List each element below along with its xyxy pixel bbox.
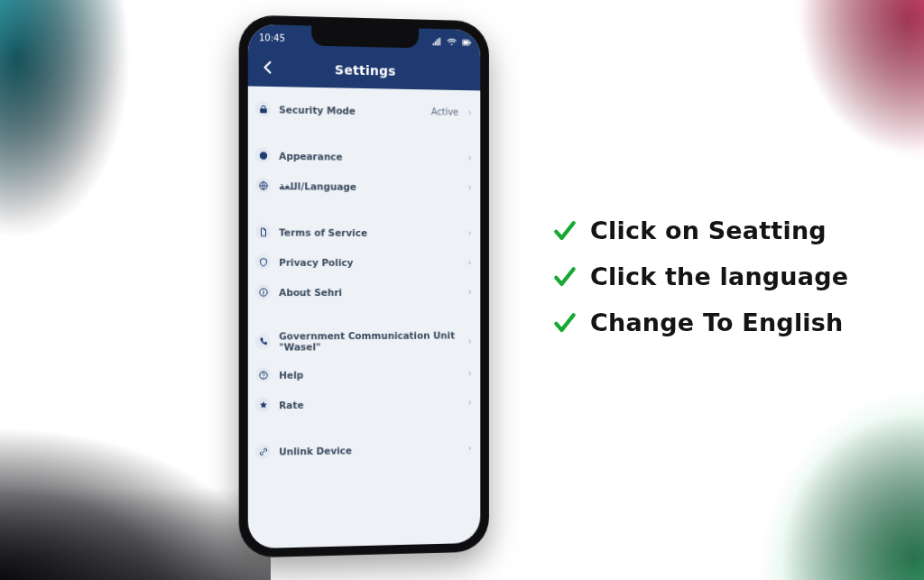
- instruction-step-text: Click the language: [590, 262, 848, 290]
- signal-icon: [432, 36, 442, 46]
- back-button[interactable]: [255, 50, 281, 87]
- svg-point-6: [263, 290, 263, 290]
- chevron-right-icon: ›: [468, 368, 472, 378]
- settings-row-label: Unlink Device: [279, 443, 460, 456]
- grunge-decor-bottom-left: [0, 427, 271, 580]
- svg-point-3: [259, 152, 266, 160]
- settings-row-label: Help: [279, 368, 460, 381]
- wifi-icon: [447, 37, 457, 47]
- settings-row-label: Terms of Service: [279, 226, 460, 238]
- phone-screen: 10:45: [248, 24, 481, 549]
- chevron-right-icon: ›: [468, 398, 472, 408]
- settings-row-value: Active: [431, 106, 458, 116]
- settings-row[interactable]: Security ModeActive›: [248, 94, 481, 127]
- shield-icon: [255, 254, 271, 270]
- settings-row-label: Privacy Policy: [279, 256, 460, 267]
- settings-group: Appearance›اللغة/Language›: [248, 136, 481, 206]
- settings-row[interactable]: Appearance›: [248, 140, 481, 172]
- check-icon: [552, 310, 578, 336]
- settings-row[interactable]: Terms of Service›: [248, 216, 481, 247]
- instruction-steps: Click on SeattingClick the languageChang…: [552, 216, 904, 336]
- chevron-right-icon: ›: [468, 257, 472, 267]
- settings-row-label: About Sehri: [279, 287, 460, 298]
- chevron-right-icon: ›: [468, 152, 472, 162]
- instruction-step: Click on Seatting: [552, 216, 904, 244]
- chevron-right-icon: ›: [468, 182, 472, 192]
- settings-row-label: Security Mode: [279, 104, 423, 117]
- help-icon: [255, 367, 271, 382]
- phone-frame: 10:45: [239, 14, 489, 557]
- status-time: 10:45: [259, 32, 285, 43]
- settings-row[interactable]: Help›: [248, 358, 481, 390]
- instruction-step-text: Click on Seatting: [590, 216, 827, 244]
- instruction-step: Change To English: [552, 308, 904, 336]
- chevron-left-icon: [262, 60, 274, 76]
- settings-group: Terms of Service›Privacy Policy›About Se…: [248, 213, 481, 310]
- settings-row[interactable]: Privacy Policy›: [248, 247, 481, 278]
- settings-row[interactable]: اللغة/Language›: [248, 170, 481, 203]
- svg-rect-2: [470, 41, 471, 43]
- title-bar: Settings: [248, 50, 481, 90]
- settings-row[interactable]: About Sehri›: [248, 277, 481, 307]
- phone-mockup: 10:45: [239, 14, 489, 557]
- phone-icon: [255, 334, 271, 349]
- settings-list: Security ModeActive›Appearance›اللغة/Lan…: [248, 86, 481, 474]
- svg-point-9: [263, 376, 263, 377]
- lock-icon: [255, 101, 271, 116]
- page-title: Settings: [335, 62, 396, 78]
- grunge-decor-top-right: [771, 0, 924, 189]
- info-icon: [255, 284, 271, 299]
- settings-row-label: Appearance: [279, 150, 460, 163]
- star-icon: [255, 397, 271, 412]
- chevron-right-icon: ›: [468, 443, 472, 453]
- instruction-step-text: Change To English: [590, 308, 844, 336]
- settings-group: Unlink Device›: [248, 429, 481, 470]
- doc-icon: [255, 224, 271, 239]
- chevron-right-icon: ›: [468, 107, 472, 117]
- unlink-icon: [255, 444, 271, 459]
- globe-icon: [255, 178, 271, 193]
- check-icon: [552, 264, 578, 290]
- palette-icon: [255, 147, 271, 162]
- grunge-decor-bottom-right: [744, 373, 924, 580]
- settings-row-label: Rate: [279, 397, 460, 410]
- instruction-step: Click the language: [552, 262, 904, 290]
- chevron-right-icon: ›: [468, 228, 472, 238]
- check-icon: [552, 218, 578, 244]
- chevron-right-icon: ›: [468, 336, 472, 345]
- settings-group: Security ModeActive›: [248, 90, 481, 131]
- settings-row[interactable]: Unlink Device›: [248, 433, 481, 466]
- grunge-decor-top-left: [0, 0, 162, 289]
- svg-rect-1: [463, 41, 468, 44]
- chevron-right-icon: ›: [468, 287, 472, 297]
- phone-notch: [311, 25, 419, 48]
- settings-row[interactable]: Government Communication Unit "Wasel"›: [248, 323, 481, 360]
- settings-row-label: اللغة/Language: [279, 180, 460, 193]
- battery-icon: [462, 37, 472, 47]
- settings-row-label: Government Communication Unit "Wasel": [279, 330, 460, 353]
- settings-group: Government Communication Unit "Wasel"›He…: [248, 319, 481, 424]
- settings-row[interactable]: Rate›: [248, 388, 481, 420]
- svg-rect-7: [263, 291, 263, 294]
